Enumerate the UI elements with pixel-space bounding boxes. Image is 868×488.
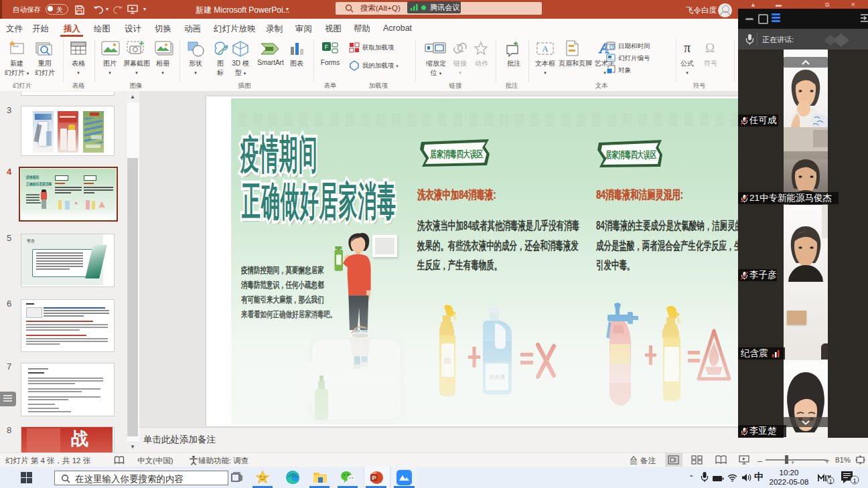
svg-text:π: π bbox=[684, 40, 691, 55]
svg-text:P: P bbox=[372, 475, 376, 481]
svg-text:1: 1 bbox=[853, 477, 856, 484]
svg-text:F: F bbox=[325, 44, 329, 50]
svg-text:1: 1 bbox=[829, 478, 833, 485]
svg-text:Ω: Ω bbox=[705, 41, 715, 55]
svg-text:A: A bbox=[542, 44, 549, 54]
